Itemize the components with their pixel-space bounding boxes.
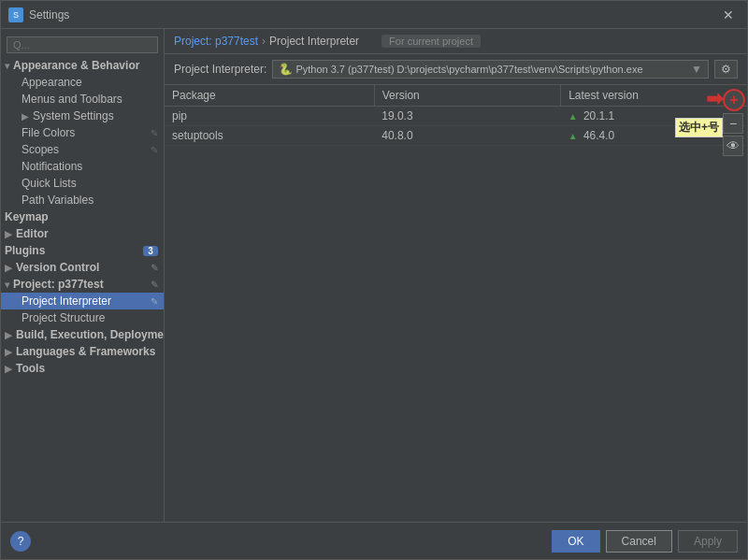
dialog-title: Settings — [29, 8, 717, 22]
sidebar-item-scopes[interactable]: Scopes ✎ — [1, 141, 164, 158]
upgrade-icon: ▲ — [568, 131, 578, 141]
expand-arrow: ▶ — [5, 229, 12, 239]
sidebar-item-file-colors[interactable]: File Colors ✎ — [1, 124, 164, 141]
remove-package-button[interactable]: − — [723, 113, 743, 134]
breadcrumb: Project: p377test › Project Interpreter … — [165, 29, 747, 54]
breadcrumb-current: Project Interpreter — [269, 35, 359, 48]
packages-list: Package Version Latest version pip 19.0.… — [165, 85, 747, 146]
sidebar-item-project-structure[interactable]: Project Structure — [1, 309, 164, 326]
edit-icon: ✎ — [151, 280, 158, 290]
side-actions: + − 👁 — [721, 85, 747, 160]
sidebar-item-project[interactable]: ▾ Project: p377test ✎ — [1, 276, 164, 293]
search-box — [1, 33, 164, 57]
interpreter-label: Project Interpreter: — [174, 63, 266, 76]
sidebar-item-notifications[interactable]: Notifications — [1, 158, 164, 175]
dialog-footer: ? OK Cancel Apply — [1, 522, 747, 559]
sidebar-item-tools[interactable]: ▶ Tools — [1, 360, 164, 377]
expand-arrow: ▾ — [5, 280, 9, 290]
help-button[interactable]: ? — [10, 531, 31, 552]
sidebar-item-menus-toolbars[interactable]: Menus and Toolbars — [1, 91, 164, 108]
main-content: Project: p377test › Project Interpreter … — [165, 29, 747, 522]
python-icon: 🐍 — [279, 63, 292, 76]
sidebar-item-build-exec-deploy[interactable]: ▶ Build, Execution, Deployment — [1, 326, 164, 343]
interpreter-select[interactable]: 🐍 Python 3.7 (p377test) D:\projects\pych… — [272, 60, 709, 79]
edit-icon: ✎ — [151, 296, 158, 307]
app-icon: S — [8, 7, 23, 22]
sidebar-item-path-variables[interactable]: Path Variables — [1, 192, 164, 208]
col-header-version: Version — [374, 85, 560, 107]
apply-button[interactable]: Apply — [678, 530, 738, 553]
ok-button[interactable]: OK — [552, 530, 599, 553]
sidebar-item-languages-frameworks[interactable]: ▶ Languages & Frameworks — [1, 343, 164, 360]
expand-arrow: ▶ — [22, 111, 29, 122]
col-header-package: Package — [165, 85, 374, 107]
expand-arrow: ▶ — [5, 364, 12, 374]
sidebar-item-version-control[interactable]: ▶ Version Control ✎ — [1, 259, 164, 276]
edit-icon: ✎ — [151, 263, 158, 273]
search-input[interactable] — [7, 36, 158, 53]
package-name: setuptools — [165, 126, 374, 146]
chinese-annotation: 选中+号 — [675, 118, 723, 137]
table-row[interactable]: setuptools 40.8.0 ▲ 46.4.0 — [165, 126, 747, 146]
package-version: 40.8.0 — [374, 126, 560, 146]
package-name: pip — [165, 107, 374, 126]
sidebar-item-system-settings[interactable]: ▶ System Settings — [1, 108, 164, 124]
packages-table: Package Version Latest version pip 19.0.… — [165, 85, 747, 522]
upgrade-icon: ▲ — [568, 111, 578, 122]
breadcrumb-separator: › — [262, 35, 266, 48]
close-button[interactable]: ✕ — [717, 6, 740, 24]
breadcrumb-project[interactable]: Project: p377test — [174, 35, 258, 48]
edit-icon: ✎ — [151, 128, 158, 138]
sidebar-item-editor[interactable]: ▶ Editor — [1, 225, 164, 242]
interpreter-bar: Project Interpreter: 🐍 Python 3.7 (p377t… — [165, 54, 747, 85]
sidebar-item-plugins[interactable]: Plugins 3 — [1, 242, 164, 259]
table-row[interactable]: pip 19.0.3 ▲ 20.1.1 — [165, 107, 747, 126]
expand-arrow: ▶ — [5, 330, 12, 340]
gear-button[interactable]: ⚙ — [714, 60, 738, 79]
edit-icon: ✎ — [151, 145, 158, 155]
plugins-badge: 3 — [143, 246, 158, 256]
sidebar-item-keymap[interactable]: Keymap — [1, 208, 164, 225]
packages-area: Package Version Latest version pip 19.0.… — [165, 85, 747, 522]
sidebar-item-quick-lists[interactable]: Quick Lists — [1, 175, 164, 192]
sidebar-item-project-interpreter[interactable]: Project Interpreter ✎ — [1, 293, 164, 309]
dialog-body: ▾ Appearance & Behavior Appearance Menus… — [1, 29, 747, 522]
add-package-button[interactable]: + — [723, 89, 745, 111]
title-bar: S Settings ✕ — [1, 1, 747, 29]
package-version: 19.0.3 — [374, 107, 560, 126]
dropdown-arrow-icon: ▼ — [691, 63, 702, 76]
breadcrumb-tag: For current project — [381, 35, 481, 48]
cancel-button[interactable]: Cancel — [606, 530, 672, 553]
sidebar: ▾ Appearance & Behavior Appearance Menus… — [1, 29, 165, 522]
sidebar-item-appearance-behavior[interactable]: ▾ Appearance & Behavior — [1, 57, 164, 74]
interpreter-value: Python 3.7 (p377test) D:\projects\pychar… — [295, 64, 687, 75]
expand-arrow: ▶ — [5, 347, 12, 357]
expand-arrow: ▶ — [5, 263, 12, 273]
sidebar-item-appearance[interactable]: Appearance — [1, 74, 164, 91]
expand-arrow: ▾ — [5, 61, 9, 71]
settings-dialog: S Settings ✕ ▾ Appearance & Behavior App… — [0, 0, 748, 560]
eye-button[interactable]: 👁 — [723, 136, 743, 156]
